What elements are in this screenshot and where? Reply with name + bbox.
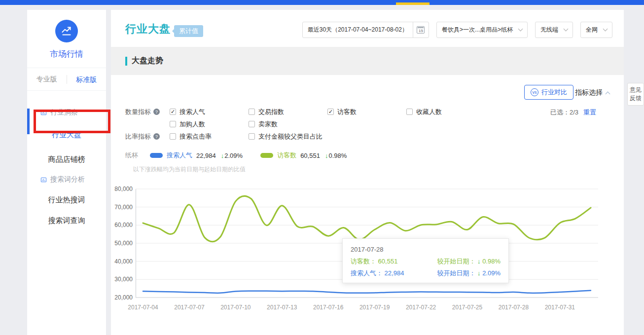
filter-bar: 最近30天（2017-07-04~2017-08-02） 15 餐饮具>一次..… [302, 22, 612, 38]
checkbox-label: 收藏人数 [416, 108, 442, 116]
checkbox-unchecked[interactable] [249, 109, 255, 115]
checkbox-checked[interactable]: ✓ [327, 109, 334, 115]
brand-block: 市场行情 [27, 10, 106, 68]
chevron-up-icon [606, 91, 610, 96]
metric-row-label: 比率指标? [125, 132, 170, 141]
tooltip-change: 2.09% [481, 269, 501, 277]
checkbox-搜索人气[interactable]: ✓搜索人气 [170, 108, 249, 116]
industry-compare-button[interactable]: vs 行业对比 [524, 85, 573, 100]
section-bullet [125, 57, 127, 66]
y-axis-label: 30,000 [111, 275, 133, 283]
checkbox-label: 访客数 [337, 108, 357, 116]
sidebar-item-label: 搜索词查询 [48, 216, 85, 225]
y-axis-label: 40,000 [111, 258, 133, 265]
feedback-button[interactable]: 意见反馈 [627, 83, 644, 106]
x-axis-label: 2017-07-25 [445, 304, 490, 311]
legend-change: 2.09% [224, 152, 243, 159]
vs-icon: vs [531, 88, 538, 96]
series-line-访客数[interactable] [143, 196, 591, 241]
sidebar-item-label: 商品店铺榜 [48, 155, 85, 164]
scope-dropdown[interactable]: 全网 [580, 22, 612, 38]
sidebar: 市场行情 专业版 标准版 行业洞察行业大盘商品店铺榜搜索词分析行业热搜词搜索词查… [27, 10, 106, 335]
legend-category: 纸杯 [125, 151, 138, 160]
legend-item-搜索人气[interactable]: 搜索人气22,984↓2.09% [150, 151, 243, 160]
selected-info: 已选：2/3 重置 [550, 108, 596, 117]
checkbox-交易指数[interactable]: 交易指数 [249, 108, 327, 116]
series-line-搜索人气[interactable] [143, 291, 591, 293]
page-title: 行业大盘 [125, 22, 171, 37]
checkbox-unchecked[interactable] [249, 121, 255, 127]
metric-row-label-text: 数量指标 [125, 108, 151, 116]
chart-note: 以下涨跌幅均为当前日期与起始日期的比值 [133, 165, 246, 174]
selected-count-text: 已选：2/3 [550, 108, 578, 117]
sidebar-item-搜索词查询[interactable]: 搜索词查询 [27, 213, 106, 228]
scope-label: 全网 [581, 26, 603, 34]
down-arrow-icon: ↓ [221, 152, 224, 159]
checkbox-unchecked[interactable] [170, 133, 176, 140]
terminal-dropdown[interactable]: 无线端 [535, 22, 573, 38]
checkbox-卖家数[interactable]: 卖家数 [249, 120, 327, 129]
legend-change: 0.98% [328, 152, 347, 159]
metric-select-toggle[interactable]: 指标选择 [575, 88, 609, 97]
x-axis-label: 2017-07-07 [167, 304, 212, 311]
tooltip-compare-label: 较开始日期： [437, 258, 477, 265]
legend-value: 60,551 [300, 152, 320, 159]
checkbox-checked[interactable]: ✓ [170, 109, 176, 115]
checkbox-unchecked[interactable] [249, 133, 255, 140]
help-icon[interactable]: ? [153, 109, 160, 115]
calendar-icon[interactable]: 15 [413, 22, 429, 37]
reset-link[interactable]: 重置 [583, 108, 596, 117]
checkbox-支付金额较父类目占比[interactable]: 支付金额较父类目占比 [249, 132, 327, 141]
checkbox-访客数[interactable]: ✓访客数 [327, 108, 406, 116]
help-icon[interactable]: ? [153, 133, 160, 140]
section-band: 大盘走势 [111, 47, 624, 75]
checkbox-unchecked[interactable] [170, 121, 176, 127]
trend-panel: vs 行业对比 指标选择 数量指标?✓搜索人气交易指数✓访客数收藏人数加购人数卖… [111, 75, 624, 326]
tooltip-row-搜索人气: 搜索人气： 22,984较开始日期： ↓ 2.09% [351, 267, 501, 279]
version-tabs: 专业版 标准版 [27, 68, 106, 91]
active-tab-indicator [396, 2, 429, 5]
x-axis-label: 2017-07-10 [214, 304, 258, 311]
checkbox-unchecked[interactable] [406, 109, 413, 115]
checkbox-label: 交易指数 [258, 108, 284, 116]
sidebar-item-行业热搜词[interactable]: 行业热搜词 [27, 192, 106, 207]
metric-row: 比率指标?搜索点击率支付金额较父类目占比 [125, 130, 485, 143]
x-axis-label: 2017-07-13 [260, 304, 304, 311]
chart-legend: 纸杯 搜索人气22,984↓2.09%访客数60,551↓0.98% [125, 151, 364, 160]
legend-color-pill [150, 153, 163, 158]
x-axis-label: 2017-07-31 [537, 304, 582, 311]
sidebar-group-label: 搜索词分析 [50, 175, 85, 184]
checkbox-收藏人数[interactable]: 收藏人数 [406, 108, 485, 116]
metric-checkbox-area: 数量指标?✓搜索人气交易指数✓访客数收藏人数加购人数卖家数比率指标?搜索点击率支… [125, 106, 485, 143]
main-content: 行业大盘 累计值 最近30天（2017-07-04~2017-08-02） 15… [111, 10, 624, 335]
sidebar-item-商品店铺榜[interactable]: 商品店铺榜 [27, 152, 106, 167]
chevron-down-icon [564, 27, 569, 32]
x-axis-label: 2017-07-22 [399, 304, 443, 311]
checkbox-加购人数[interactable]: 加购人数 [170, 120, 249, 129]
checkbox-label: 卖家数 [258, 120, 278, 129]
tooltip-compare-label: 较开始日期： [437, 269, 477, 277]
y-axis-label: 50,000 [111, 239, 133, 247]
checkbox-label: 搜索点击率 [179, 132, 212, 141]
checkbox-label: 搜索人气 [179, 108, 205, 116]
x-axis-label: 2017-07-19 [353, 304, 397, 311]
date-range-picker[interactable]: 最近30天（2017-07-04~2017-08-02） 15 [302, 22, 429, 38]
section-title: 大盘走势 [132, 56, 163, 66]
category-dropdown[interactable]: 餐饮具>一次...桌用品>纸杯 [436, 22, 528, 38]
tooltip-metric: 访客数： 60,551 [351, 256, 397, 267]
tab-standard-version[interactable]: 标准版 [67, 75, 107, 84]
section-header: 大盘走势 [125, 56, 163, 66]
legend-value: 22,984 [196, 152, 216, 159]
checkbox-label: 支付金额较父类目占比 [258, 132, 322, 141]
checkbox-搜索点击率[interactable]: 搜索点击率 [170, 132, 249, 141]
metric-row-label-text: 比率指标 [125, 132, 151, 141]
x-axis-label: 2017-07-04 [121, 304, 165, 311]
metric-row: 加购人数卖家数 [125, 118, 485, 130]
category-icon [40, 177, 47, 183]
tooltip-compare: 较开始日期： ↓ 0.98% [437, 256, 501, 267]
tab-pro-version[interactable]: 专业版 [27, 75, 67, 84]
legend-item-访客数[interactable]: 访客数60,551↓0.98% [260, 151, 347, 160]
chevron-down-icon [518, 27, 523, 32]
y-axis-label: 70,000 [111, 203, 133, 211]
app-title: 市场行情 [27, 48, 106, 60]
